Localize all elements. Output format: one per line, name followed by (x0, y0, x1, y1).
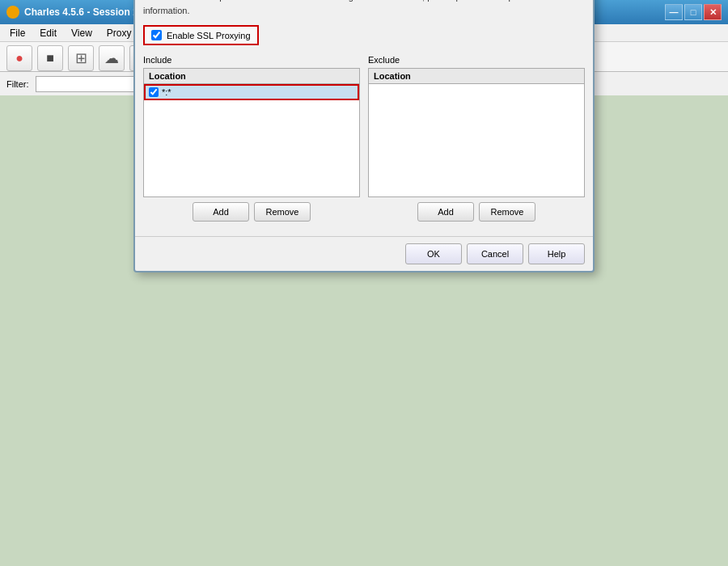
include-remove-button[interactable]: Remove (254, 202, 311, 222)
cancel-button[interactable]: Cancel (467, 243, 523, 264)
exclude-label: Exclude (368, 55, 585, 65)
menu-edit[interactable]: Edit (33, 26, 63, 40)
include-column-header: Location (144, 69, 359, 84)
include-row-0-value: *:* (162, 87, 171, 97)
exclude-panel-buttons: Add Remove (368, 202, 585, 222)
filter-label: Filter: (6, 79, 29, 89)
menu-file[interactable]: File (3, 26, 32, 40)
enable-ssl-checkbox[interactable] (151, 30, 162, 40)
panels-row: Include Location *:* Add Remove (143, 55, 585, 222)
stop-button[interactable]: ■ (37, 45, 63, 71)
include-location-table: Location *:* (143, 68, 360, 197)
dialog-content: SSL Proxying Server Certificates Client … (135, 0, 593, 236)
exclude-add-button[interactable]: Add (417, 202, 474, 222)
enable-ssl-label: Enable SSL Proxying (167, 31, 251, 40)
cloud-button[interactable]: ☁ (99, 45, 125, 71)
record-button[interactable]: ● (6, 45, 32, 71)
exclude-column-header: Location (369, 69, 584, 84)
include-panel: Include Location *:* Add Remove (143, 55, 360, 222)
include-panel-buttons: Add Remove (143, 202, 360, 222)
menu-proxy[interactable]: Proxy (100, 26, 138, 40)
help-button[interactable]: Help (528, 243, 585, 264)
ssl-proxying-dialog: S SSL Proxying Settings ✕ SSL Proxying S… (133, 0, 595, 272)
app-icon (6, 6, 19, 19)
app-close-button[interactable]: ✕ (704, 4, 722, 20)
include-row-0[interactable]: *:* (144, 84, 359, 100)
include-row-0-checkbox[interactable] (149, 87, 159, 97)
include-add-button[interactable]: Add (193, 202, 249, 222)
dialog-footer: OK Cancel Help (135, 236, 593, 271)
menu-view[interactable]: View (65, 26, 99, 40)
browse-button[interactable]: ⊞ (68, 45, 94, 71)
description-text: Charles can show you the plain text cont… (143, 0, 585, 17)
exclude-panel: Exclude Location Add Remove (368, 55, 585, 222)
ok-button[interactable]: OK (405, 243, 462, 264)
maximize-button[interactable]: □ (684, 4, 702, 20)
exclude-location-table: Location (368, 68, 585, 197)
minimize-button[interactable]: — (665, 4, 683, 20)
include-label: Include (143, 55, 360, 65)
exclude-remove-button[interactable]: Remove (479, 202, 535, 222)
app-title: Charles 4.5.6 - Session 1 (24, 6, 138, 18)
enable-ssl-area: Enable SSL Proxying (143, 25, 259, 45)
